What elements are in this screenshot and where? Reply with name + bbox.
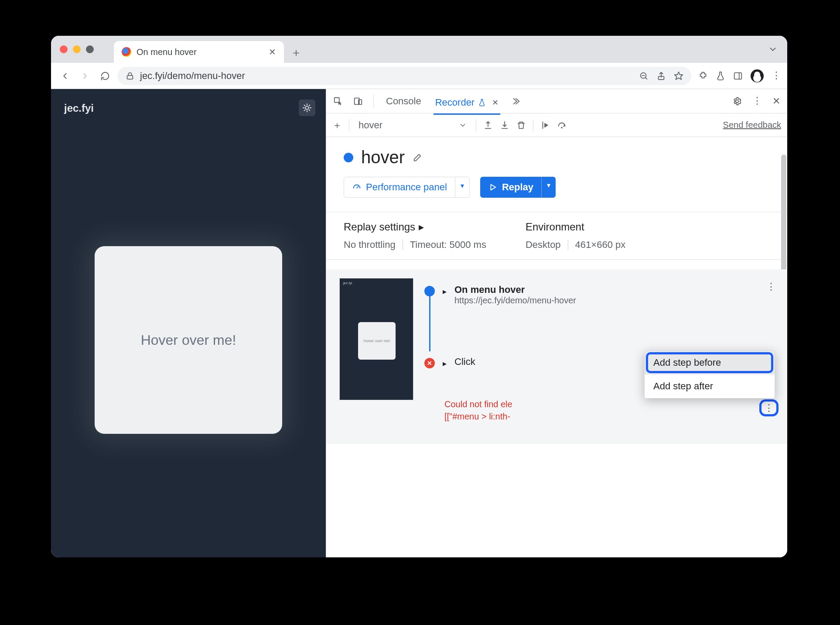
svg-point-24 [561, 127, 563, 128]
address-bar[interactable]: jec.fyi/demo/menu-hover [117, 67, 691, 85]
menu-add-step-before[interactable]: Add step before [645, 351, 775, 374]
throttling-value: No throttling [344, 239, 396, 251]
step-menu-icon[interactable]: ⋮ [766, 285, 776, 289]
svg-line-15 [309, 105, 310, 106]
traffic-minimize-icon[interactable] [73, 45, 81, 53]
svg-rect-6 [734, 72, 742, 79]
svg-line-3 [645, 77, 647, 79]
close-tab-icon[interactable]: ✕ [492, 98, 499, 107]
thumb-site-title: jec.fyi [343, 281, 352, 285]
step-over-icon[interactable] [557, 120, 567, 130]
import-icon[interactable] [500, 120, 509, 130]
bookmark-star-icon[interactable] [674, 71, 683, 81]
device-toolbar-icon[interactable] [353, 96, 363, 106]
replay-settings-heading[interactable]: Replay settings ▸ [344, 221, 486, 233]
tab-recorder[interactable]: Recorder ✕ [434, 94, 500, 115]
new-recording-button[interactable]: ＋ [332, 119, 342, 132]
step-row[interactable]: ▸ On menu hover https://jec.fyi/demo/men… [424, 281, 779, 309]
browser-window: On menu hover ✕ ＋ jec.fyi/demo/menu-hove… [51, 36, 787, 557]
recording-title: hover [361, 148, 405, 167]
performance-dropdown-icon[interactable]: ▾ [455, 177, 469, 197]
step-connector [429, 295, 430, 351]
zoom-out-icon[interactable] [639, 71, 649, 81]
site-title: jec.fyi [64, 102, 313, 114]
chevron-right-icon: ▸ [419, 221, 424, 233]
share-icon[interactable] [656, 71, 666, 81]
svg-marker-26 [491, 185, 495, 190]
window-controls [60, 45, 94, 53]
environment-heading: Environment [526, 221, 625, 233]
page-thumbnail: jec.fyi Hover over me! [339, 278, 413, 400]
traffic-close-icon[interactable] [60, 45, 68, 53]
traffic-maximize-icon[interactable] [86, 45, 94, 53]
sidepanel-icon[interactable] [733, 71, 743, 81]
devtools-close-icon[interactable]: ✕ [772, 96, 780, 107]
step-title: Click [454, 356, 475, 367]
new-tab-button[interactable]: ＋ [287, 44, 305, 61]
step-error-message: Could not find ele [["#menu > li:nth- [444, 398, 779, 422]
menu-add-step-after[interactable]: Add step after [645, 374, 775, 398]
svg-line-13 [304, 105, 305, 106]
dimensions-value: 461×660 px [575, 239, 626, 251]
forward-button[interactable] [77, 68, 93, 84]
export-icon[interactable] [483, 120, 493, 130]
svg-line-14 [309, 110, 310, 111]
omnibox-actions [639, 71, 683, 81]
devtools-panel: Console Recorder ✕ ⋮ ✕ ＋ hover [326, 89, 787, 557]
labs-icon[interactable] [716, 71, 725, 81]
tabs-overflow-icon[interactable] [768, 45, 778, 54]
browser-tab[interactable]: On menu hover ✕ [114, 41, 284, 63]
tab-close-icon[interactable]: ✕ [269, 47, 276, 57]
profile-avatar[interactable] [751, 69, 764, 82]
browser-toolbar: jec.fyi/demo/menu-hover ⋮ [51, 63, 787, 89]
hover-card[interactable]: Hover over me! [95, 246, 282, 434]
more-tabs-icon[interactable] [511, 96, 520, 106]
reload-button[interactable] [97, 68, 113, 84]
lock-icon [125, 71, 135, 81]
timeout-value: Timeout: 5000 ms [410, 239, 486, 251]
step-menu-icon-highlight[interactable]: ⋮ [759, 405, 779, 413]
performance-panel-button[interactable]: Performance panel ▾ [344, 177, 470, 198]
step-context-menu: Add step before Add step after [644, 350, 775, 398]
replay-button[interactable]: Replay ▾ [480, 177, 556, 198]
svg-line-16 [304, 110, 305, 111]
device-value: Desktop [526, 239, 561, 251]
expand-icon[interactable]: ▸ [443, 287, 447, 296]
settings-gear-icon[interactable] [732, 96, 742, 106]
svg-line-25 [357, 186, 359, 188]
step-error-icon: ✕ [424, 358, 435, 368]
edit-title-icon[interactable] [413, 153, 422, 162]
recorder-body: hover Performance panel ▾ Re [326, 137, 787, 444]
url-text: jec.fyi/demo/menu-hover [140, 70, 245, 82]
step-timeline: ▸ On menu hover https://jec.fyi/demo/men… [424, 281, 779, 422]
replay-dropdown-icon[interactable]: ▾ [541, 177, 556, 198]
tab-strip: On menu hover ✕ ＋ [51, 36, 787, 63]
recorder-toolbar: ＋ hover Send feedback [326, 113, 787, 137]
rendered-page: jec.fyi Hover over me! [51, 89, 326, 557]
svg-point-8 [305, 106, 308, 109]
step-title: On menu hover [454, 284, 576, 295]
svg-rect-0 [127, 76, 133, 79]
steps-panel: jec.fyi Hover over me! ▸ On menu hover h… [326, 269, 787, 444]
svg-marker-5 [675, 72, 683, 79]
devtools-tabbar: Console Recorder ✕ ⋮ ✕ [326, 89, 787, 113]
step-play-icon[interactable] [540, 120, 550, 130]
thumb-card: Hover over me! [358, 322, 396, 360]
devtools-menu-icon[interactable]: ⋮ [752, 99, 762, 103]
hover-card-text: Hover over me! [141, 332, 236, 348]
recording-select[interactable]: hover [356, 118, 469, 132]
person-icon [754, 72, 760, 78]
send-feedback-link[interactable]: Send feedback [723, 120, 781, 130]
svg-marker-23 [544, 123, 548, 127]
recording-indicator-icon [344, 153, 353, 162]
tab-console[interactable]: Console [384, 93, 423, 110]
browser-menu-icon[interactable]: ⋮ [772, 74, 781, 78]
recorder-settings: Replay settings ▸ No throttling Timeout:… [326, 212, 787, 260]
expand-icon[interactable]: ▸ [443, 359, 447, 368]
inspect-element-icon[interactable] [333, 96, 343, 106]
tab-title: On menu hover [137, 47, 197, 57]
back-button[interactable] [57, 68, 73, 84]
delete-icon[interactable] [516, 120, 526, 130]
theme-toggle-button[interactable] [299, 100, 315, 116]
extensions-icon[interactable] [698, 71, 708, 81]
